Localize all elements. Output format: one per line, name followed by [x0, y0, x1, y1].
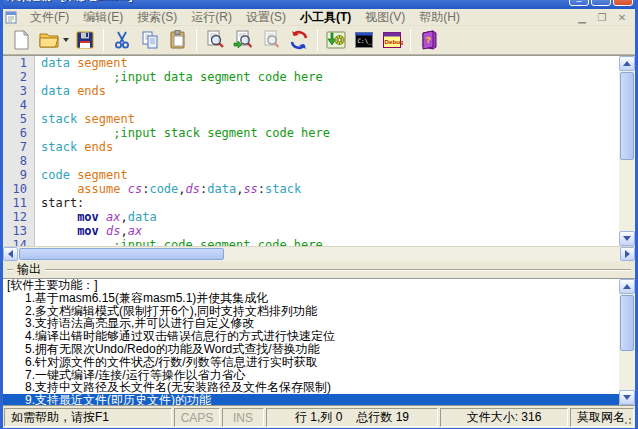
status-bar: 如需帮助，请按F1 CAPS INS 行 1,列 0 总行数 19 文件大小: …	[3, 406, 635, 428]
paste-clipboard-icon	[167, 29, 189, 51]
replace-icon	[288, 29, 310, 51]
header-line	[45, 269, 631, 271]
editor-horizontal-scrollbar[interactable]	[3, 246, 635, 261]
find-next-button[interactable]	[229, 27, 257, 53]
editor-vscroll-thumb[interactable]	[620, 72, 634, 160]
compile-button[interactable]	[322, 27, 350, 53]
output-panel-header[interactable]: 输出	[3, 261, 635, 278]
scroll-down-button[interactable]	[619, 390, 635, 405]
output-vertical-scrollbar[interactable]	[619, 279, 635, 405]
output-line-selected[interactable]: 9.支持最近文件(即历史文件)的功能	[3, 394, 619, 405]
debug-button[interactable]: Debug	[378, 27, 406, 53]
menu-item-1[interactable]: 编辑(E)	[76, 9, 130, 25]
code-line	[41, 98, 619, 112]
line-number: 12	[3, 210, 27, 224]
menu-item-6[interactable]: 视图(V)	[358, 9, 412, 25]
run-command-button[interactable]: C:\_	[350, 27, 378, 53]
output-line[interactable]: 5.拥有无限次Undo/Redo的功能及Word式查找/替换功能	[3, 343, 619, 356]
code-line: stack segment	[41, 112, 619, 126]
app-window: 未来汇编 - [未命名1.asm] _ □ ✕ 文件(F)编辑(E)搜索(S)运…	[0, 0, 638, 429]
code-area[interactable]: data segment ;input data segment code he…	[35, 56, 619, 246]
find-next-icon	[232, 29, 254, 51]
toolbar-separator	[410, 29, 411, 51]
output-line[interactable]: [软件主要功能：]	[3, 279, 619, 292]
window-title: 未来汇编 - [未命名1.asm]	[7, 0, 132, 4]
status-total-lines: 总行数 19	[356, 409, 409, 426]
toolbar-separator	[317, 29, 318, 51]
status-help-text: 如需帮助，请按F1	[4, 408, 172, 427]
menu-item-7[interactable]: 帮助(H)	[412, 9, 467, 25]
line-number: 13	[3, 224, 27, 238]
cut-button[interactable]	[108, 27, 136, 53]
new-file-button[interactable]	[7, 27, 35, 53]
line-number: 6	[3, 126, 27, 140]
child-minimize-button[interactable]: ▁	[575, 12, 589, 23]
scroll-down-button[interactable]	[619, 231, 635, 246]
output-list[interactable]: [软件主要功能：]1.基于masm6.15(兼容masm5.1)并使其集成化2.…	[3, 279, 619, 405]
menu-item-2[interactable]: 搜索(S)	[130, 9, 184, 25]
title-bar: 未来汇编 - [未命名1.asm] _ □ ✕	[3, 0, 635, 9]
find-icon	[204, 29, 226, 51]
save-button[interactable]	[71, 27, 99, 53]
help-button[interactable]: ?	[415, 27, 443, 53]
toolbar: C:\_ Debug ?	[3, 26, 635, 55]
toolbar-separator	[196, 29, 197, 51]
line-number-gutter: 1234567891011121314	[3, 56, 35, 246]
line-number: 11	[3, 196, 27, 210]
debug-label: Debug	[385, 38, 404, 45]
code-line: ;input data segment code here	[41, 70, 619, 84]
menu-item-3[interactable]: 运行(R)	[184, 9, 239, 25]
menu-item-4[interactable]: 设置(S)	[239, 9, 293, 25]
status-line-col: 行 1,列 0	[295, 409, 342, 426]
command-label: C:\_	[358, 37, 373, 45]
replace-button[interactable]	[285, 27, 313, 53]
code-editor[interactable]: 1234567891011121314 data segment ;input …	[3, 55, 635, 261]
scroll-right-button[interactable]	[620, 247, 635, 261]
debug-window-icon: Debug	[381, 29, 403, 51]
code-line: data segment	[41, 56, 619, 70]
open-dropdown-arrow[interactable]	[63, 38, 69, 42]
find-previous-button[interactable]	[257, 27, 285, 53]
line-number: 9	[3, 168, 27, 182]
line-number: 5	[3, 112, 27, 126]
scroll-up-button[interactable]	[619, 56, 635, 71]
line-number: 10	[3, 182, 27, 196]
child-close-button[interactable]: ✕	[615, 12, 629, 23]
editor-hscroll-thumb[interactable]	[19, 248, 224, 260]
code-line: ;input stack segment code here	[41, 126, 619, 140]
output-line[interactable]: 6.针对源文件的文件状态/行数/列数等信息进行实时获取	[3, 356, 619, 369]
line-number: 1	[3, 56, 27, 70]
code-line: data ends	[41, 84, 619, 98]
copy-icon	[139, 29, 161, 51]
command-window-icon: C:\_	[353, 29, 375, 51]
resize-grip[interactable]	[622, 415, 632, 425]
output-line[interactable]: 1.基于masm6.15(兼容masm5.1)并使其集成化	[3, 292, 619, 305]
editor-vertical-scrollbar[interactable]	[619, 56, 635, 246]
child-restore-button[interactable]: ❐	[595, 12, 609, 23]
window-minimize-button[interactable]: _	[569, 0, 589, 6]
menu-item-0[interactable]: 文件(F)	[23, 9, 76, 25]
line-number: 14	[3, 238, 27, 246]
line-number: 8	[3, 154, 27, 168]
open-file-button[interactable]	[35, 27, 71, 53]
child-window-controls: ▁ ❐ ✕	[575, 12, 635, 23]
code-line: mov ax,data	[41, 210, 619, 224]
status-caps-indicator: CAPS	[174, 408, 220, 427]
find-button[interactable]	[201, 27, 229, 53]
output-panel-title: 输出	[17, 261, 41, 278]
window-maximize-button[interactable]: □	[591, 0, 611, 6]
paste-button[interactable]	[164, 27, 192, 53]
compile-icon	[325, 29, 347, 51]
code-line: code segment	[41, 168, 619, 182]
output-vscroll-thumb[interactable]	[620, 295, 634, 351]
scroll-up-button[interactable]	[619, 279, 635, 294]
menu-item-5[interactable]: 小工具(T)	[293, 9, 358, 25]
code-line: ;input code segment code here	[41, 238, 619, 246]
copy-button[interactable]	[136, 27, 164, 53]
window-close-button[interactable]: ✕	[613, 0, 633, 6]
open-folder-icon	[38, 29, 60, 51]
scroll-left-button[interactable]	[3, 247, 18, 261]
header-line	[7, 269, 13, 271]
help-book-icon: ?	[418, 29, 440, 51]
status-author: 莫取网名	[570, 408, 634, 427]
